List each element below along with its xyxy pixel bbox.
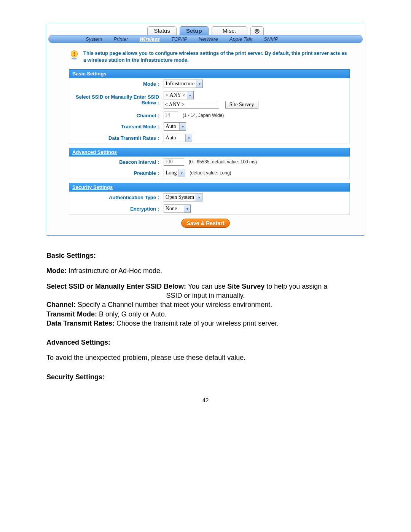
chevron-down-icon: ▾ [196, 80, 202, 88]
svg-point-3 [72, 58, 77, 59]
svg-point-2 [73, 55, 75, 56]
doc-ssid-b: Select SSID or Manually Enter SSID Below… [46, 283, 186, 290]
advanced-section: Advanced Settings Beacon Interval : (0 -… [69, 148, 350, 179]
svg-rect-1 [74, 52, 75, 54]
ssid-select[interactable]: < ANY > ▾ [164, 91, 194, 99]
doc-mode-t: Infrastructure or Ad-Hoc mode. [67, 267, 162, 275]
auth-label: Authentication Type : [69, 192, 162, 203]
chevron-down-icon: ▾ [184, 205, 190, 212]
chevron-down-icon: ▾ [179, 123, 186, 130]
security-table: Authentication Type : Open System ▾ Encr… [69, 192, 350, 215]
transmit-mode-label: Transmit Mode : [69, 121, 162, 132]
subnav-tcpip[interactable]: TCP/IP [168, 36, 190, 42]
chevron-down-icon: ▾ [196, 193, 202, 201]
sub-nav: System Printer Wireless TCP/IP NetWare A… [48, 35, 363, 43]
tab-power[interactable]: ◎ [250, 26, 264, 35]
beacon-label: Beacon Interval : [69, 157, 162, 167]
channel-label: Channel : [69, 110, 162, 121]
ssid-dd-value: < ANY > [164, 92, 187, 98]
site-survey-button[interactable]: Site Survey [225, 101, 258, 109]
rates-value: Auto [164, 135, 185, 141]
doc-dtr-b: Data Transmit Rates: [46, 320, 115, 327]
subnav-snmp[interactable]: SNMP [261, 36, 281, 42]
subnav-appletalk[interactable]: Apple Talk [226, 36, 255, 42]
transmit-mode-value: Auto [164, 123, 179, 129]
rates-select[interactable]: Auto ▾ [164, 134, 192, 142]
mode-label: Mode : [69, 78, 162, 89]
security-section: Security Settings Authentication Type : … [69, 183, 350, 215]
subnav-system[interactable]: System [83, 36, 105, 42]
doc-chan-t: Specify a Channel number that meet your … [76, 301, 272, 308]
tab-setup[interactable]: Setup [180, 26, 209, 35]
subnav-printer[interactable]: Printer [110, 36, 131, 42]
admin-panel: Status Setup Misc. ◎ System Printer Wire… [46, 23, 365, 236]
enc-label: Encryption : [69, 203, 162, 215]
info-row: This setup page allows you to configure … [46, 43, 365, 67]
page-container: Status Setup Misc. ◎ System Printer Wire… [0, 0, 411, 419]
chevron-down-icon: ▾ [187, 91, 193, 99]
tab-misc[interactable]: Misc. [212, 26, 247, 35]
warning-icon [69, 50, 80, 61]
basic-section: Basic Settings Mode : Infrastructure ▾ S… [69, 69, 350, 144]
doc-adv-heading: Advanced Settings: [46, 339, 110, 346]
preamble-value: Long [164, 170, 178, 176]
doc-ssid-t1: You can use [186, 283, 227, 290]
save-restart-button[interactable]: Save & Restart [181, 219, 230, 228]
doc-tm-t: B only, G only or Auto. [97, 310, 167, 318]
preamble-select[interactable]: Long ▾ [164, 169, 185, 177]
doc-ssid-t2: to help you assign a [264, 283, 327, 290]
enc-select[interactable]: None ▾ [164, 204, 191, 213]
page-number: 42 [46, 397, 365, 403]
doc-basic-heading: Basic Settings: [46, 252, 96, 259]
ssid-label: Select SSID or Manaully Enter SSID Below… [69, 89, 162, 110]
rates-label: Data Transmit Rates : [69, 132, 162, 144]
doc-text: Basic Settings: Mode: Infrastructure or … [46, 236, 365, 382]
basic-table: Mode : Infrastructure ▾ Select SSID or M… [69, 78, 350, 144]
doc-mode-b: Mode: [46, 267, 67, 275]
auth-value: Open System [164, 194, 196, 200]
advanced-header: Advanced Settings [69, 148, 350, 157]
preamble-label: Preamble : [69, 167, 162, 179]
basic-header: Basic Settings [69, 69, 350, 78]
tab-status[interactable]: Status [147, 26, 177, 35]
doc-ssid-t3: SSID or input in manually. [46, 291, 365, 300]
mode-value: Infrastructure [164, 81, 196, 87]
security-header: Security Settings [69, 183, 350, 192]
doc-tm-b: Transmit Mode: [46, 310, 97, 318]
preamble-hint: (default value: Long) [190, 170, 231, 176]
channel-hint: (1 - 14, Japan Wide) [183, 113, 224, 118]
mode-select[interactable]: Infrastructure ▾ [164, 80, 203, 88]
subnav-wireless[interactable]: Wireless [137, 36, 163, 42]
auth-select[interactable]: Open System ▾ [164, 193, 202, 201]
enc-value: None [164, 206, 184, 212]
beacon-input[interactable] [164, 158, 184, 166]
doc-sec-heading: Security Settings: [46, 373, 105, 381]
doc-ssid-t1b: Site Survey [227, 283, 264, 290]
tab-bar: Status Setup Misc. ◎ [46, 23, 365, 35]
channel-input[interactable] [164, 112, 178, 119]
doc-chan-b: Channel: [46, 301, 76, 308]
ssid-input[interactable] [164, 101, 219, 109]
chevron-down-icon: ▾ [178, 169, 185, 177]
beacon-hint: (0 - 65535, default value: 100 ms) [189, 159, 257, 165]
doc-adv-t: To avoid the unexpected problem, please … [46, 353, 365, 362]
advanced-table: Beacon Interval : (0 - 65535, default va… [69, 157, 350, 179]
transmit-mode-select[interactable]: Auto ▾ [164, 122, 186, 131]
info-text: This setup page allows you to configure … [83, 50, 350, 63]
chevron-down-icon: ▾ [185, 134, 192, 142]
doc-dtr-t: Choose the transmit rate of your wireles… [115, 320, 279, 327]
subnav-netware[interactable]: NetWare [196, 36, 221, 42]
